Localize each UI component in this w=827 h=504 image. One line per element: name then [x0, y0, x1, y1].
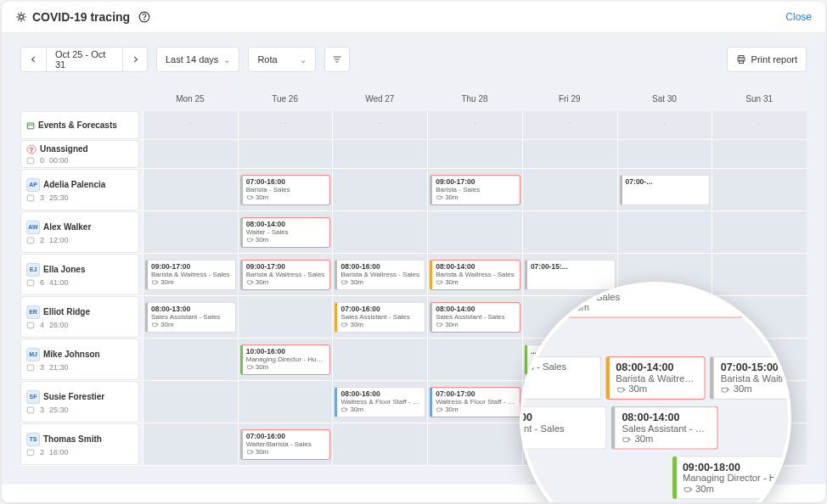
- shift-break: 30m: [436, 321, 516, 328]
- shift-card[interactable]: 09:00-17:00Barista & Waitress - Sales30m: [145, 260, 236, 290]
- shift-card[interactable]: 07:00-16:00Waiter/Barista - Sales30m: [240, 429, 331, 460]
- day-cell[interactable]: [427, 339, 522, 380]
- employee-cell[interactable]: EJElla Jones641:00: [20, 254, 139, 295]
- day-cell[interactable]: 07:00-15:...: [522, 254, 617, 295]
- day-cell[interactable]: 07:00-16:00Barista - Sales30m: [238, 169, 333, 210]
- close-button[interactable]: Close: [785, 11, 812, 23]
- events-forecasts-label[interactable]: Events & Forecasts: [20, 111, 139, 139]
- employee-cell[interactable]: MJMike Johnson321:30: [20, 339, 139, 380]
- next-button[interactable]: [122, 47, 148, 72]
- day-cell[interactable]: 09:00-17:00Barista & Waitress - Sales30m: [143, 254, 238, 295]
- employee-name: Alex Walker: [43, 222, 91, 232]
- help-icon[interactable]: [138, 11, 150, 23]
- day-cell[interactable]: [712, 254, 807, 295]
- day-cell[interactable]: [712, 169, 807, 210]
- day-cell[interactable]: [617, 211, 712, 253]
- events-cell: -: [617, 111, 712, 139]
- day-header: Sun 31: [712, 94, 807, 104]
- shift-card[interactable]: 09:00-17:00Barista & Waitress - Sales30m: [240, 260, 331, 290]
- day-cell[interactable]: [332, 211, 427, 253]
- avatar: AW: [26, 221, 40, 234]
- day-cell[interactable]: 07:00-16:00Sales Assistant - Sales30m: [332, 296, 427, 338]
- day-cell[interactable]: 07:00-...: [617, 169, 712, 210]
- employee-cell[interactable]: TSThomas Smith216:00: [20, 423, 139, 465]
- day-cell[interactable]: 08:00-16:00Waitress & Floor Staff - Cust…: [332, 381, 427, 423]
- employee-name: Adelia Palencia: [43, 180, 105, 189]
- view-label: Rota: [257, 54, 277, 64]
- calendar-icon: [26, 278, 35, 287]
- calendar-icon: [26, 193, 35, 202]
- shift-time: 09:00-17:00: [246, 262, 327, 271]
- period-select[interactable]: Last 14 days ⌄: [156, 47, 239, 72]
- shift-card[interactable]: 08:00-16:00Waitress & Floor Staff - Cust…: [335, 387, 425, 417]
- shift-count: 6: [40, 278, 44, 287]
- shift-break: 30m: [340, 321, 421, 328]
- date-range-button[interactable]: Oct 25 - Oct 31: [46, 47, 122, 72]
- shift-card[interactable]: 07:00-16:00Sales Assistant - Sales30m: [335, 302, 425, 333]
- view-select[interactable]: Rota ⌄: [248, 47, 316, 72]
- prev-button[interactable]: [20, 47, 46, 72]
- day-cell[interactable]: [522, 211, 617, 253]
- hours-total: 41:00: [49, 278, 69, 287]
- page-title: COVID-19 tracing: [15, 10, 150, 24]
- employee-cell[interactable]: APAdelia Palencia325:30: [20, 169, 139, 210]
- shift-time: 08:00-13:00: [151, 305, 232, 313]
- shift-time: 10:00-16:00: [246, 347, 327, 356]
- filter-button[interactable]: [324, 47, 350, 72]
- shift-card[interactable]: 07:00-16:00Barista - Sales30m: [240, 175, 331, 205]
- hours-total: 21:30: [49, 363, 69, 372]
- shift-card[interactable]: 09:00-17:00Barista - Sales30m: [430, 175, 520, 205]
- day-cell[interactable]: [332, 423, 427, 465]
- day-cell[interactable]: [143, 339, 238, 380]
- shift-card[interactable]: 08:00-14:00Barista & Waitress - Sales30m: [430, 260, 520, 290]
- shift-break: 30m: [246, 278, 327, 286]
- day-cell[interactable]: 09:00-17:00Barista - Sales30m: [427, 169, 522, 210]
- toolbar: Oct 25 - Oct 31 Last 14 days ⌄ Rota ⌄ Pr…: [2, 33, 825, 86]
- avatar: EJ: [26, 263, 40, 277]
- day-cell[interactable]: [238, 296, 333, 338]
- day-header: Thu 28: [427, 94, 522, 104]
- shift-card[interactable]: 10:00-16:00Managing Director - Human ...…: [240, 344, 331, 375]
- day-cell[interactable]: [332, 339, 427, 380]
- day-cell[interactable]: [143, 169, 238, 210]
- shift-card[interactable]: 08:00-13:00Sales Assistant - Sales30m: [145, 302, 236, 333]
- day-cell[interactable]: 08:00-16:00Barista & Waitress - Sales30m: [332, 254, 427, 295]
- employee-cell[interactable]: AWAlex Walker212:00: [20, 211, 139, 253]
- shift-card[interactable]: 08:00-14:00Waiter - Sales30m: [240, 217, 331, 248]
- day-cell[interactable]: [427, 211, 522, 253]
- day-cell[interactable]: [332, 169, 427, 210]
- unassigned-label[interactable]: ? Unassigned 0 00:00: [20, 140, 139, 168]
- day-cell[interactable]: 07:00-17:00Waitress & Floor Staff - Cust…: [427, 381, 522, 423]
- events-cell: -: [238, 111, 333, 139]
- day-cell[interactable]: 08:00-13:00Sales Assistant - Sales30m: [143, 296, 238, 338]
- unassigned-cell: [332, 140, 427, 168]
- shift-role: Barista & Waitress - Sales: [151, 271, 232, 278]
- day-cell[interactable]: 10:00-16:00Managing Director - Human ...…: [238, 339, 333, 380]
- day-cell[interactable]: 09:00-17:00Barista & Waitress - Sales30m: [238, 254, 333, 295]
- day-cell[interactable]: [143, 381, 238, 423]
- day-header: Wed 27: [332, 94, 427, 104]
- shift-card[interactable]: 08:00-14:00Sales Assistant - Sales30m: [430, 302, 520, 333]
- employee-cell[interactable]: SFSusie Forestier325:30: [20, 381, 139, 423]
- day-cell[interactable]: [712, 211, 807, 253]
- events-cell: -: [522, 111, 617, 139]
- day-cell[interactable]: 08:00-14:00Barista & Waitress - Sales30m: [427, 254, 522, 295]
- day-cell[interactable]: [143, 423, 238, 465]
- shift-card[interactable]: 08:00-16:00Barista & Waitress - Sales30m: [335, 260, 425, 290]
- shift-card[interactable]: 07:00-15:...: [525, 260, 616, 290]
- day-cell[interactable]: 08:00-14:00Sales Assistant - Sales30m: [427, 296, 522, 338]
- svg-rect-23: [27, 238, 34, 244]
- day-cell[interactable]: [427, 423, 522, 465]
- shift-card[interactable]: 07:00-...: [620, 175, 711, 205]
- shift-card[interactable]: 07:00-17:00Waitress & Floor Staff - Cust…: [430, 387, 520, 417]
- day-cell[interactable]: [238, 381, 333, 423]
- zoom-shift: 09:00-18:00Managing Director - Hum...30m: [672, 456, 791, 499]
- day-cell[interactable]: 08:00-14:00Waiter - Sales30m: [238, 211, 333, 253]
- print-report-button[interactable]: Print report: [727, 47, 807, 72]
- day-cell[interactable]: [522, 169, 617, 210]
- day-cell[interactable]: 07:00-16:00Waiter/Barista - Sales30m: [238, 423, 333, 465]
- shift-break: 30m: [340, 406, 421, 413]
- employee-cell[interactable]: ERElliot Ridge426:00: [20, 296, 139, 338]
- shift-break: 30m: [151, 278, 232, 286]
- day-cell[interactable]: [143, 211, 238, 253]
